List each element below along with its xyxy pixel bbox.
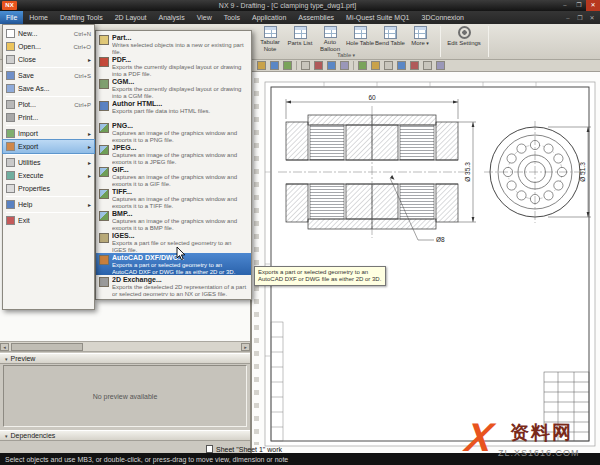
toolbar-icon[interactable] xyxy=(358,61,367,70)
preview-empty-text: No preview available xyxy=(93,393,158,400)
tab-file[interactable]: File xyxy=(0,11,23,24)
tab-assemblies[interactable]: Assemblies xyxy=(292,11,340,24)
submenu-arrow-icon xyxy=(88,130,91,137)
tab-view[interactable]: View xyxy=(191,11,218,24)
toolbar-icon[interactable] xyxy=(270,61,279,70)
submenu-item-description: Captures an image of the graphics window… xyxy=(112,196,247,208)
submenu-item-png[interactable]: PNG... Captures an image of the graphics… xyxy=(96,121,251,143)
toolbar-icon[interactable] xyxy=(436,61,445,70)
graphics-window[interactable]: 60 Ø 35.3 Ø8 Ø 51.3 xyxy=(251,72,600,453)
menu-item-export[interactable]: Export xyxy=(3,140,94,153)
document-window-controls: – ❐ ✕ xyxy=(563,11,600,24)
table-group-caption[interactable]: Table xyxy=(255,52,437,58)
menu-item-help[interactable]: Help xyxy=(3,198,94,211)
tab-3dconnexion[interactable]: 3DConnexion xyxy=(416,11,470,24)
menu-item-open[interactable]: Open... Ctrl+O xyxy=(3,40,94,53)
toolbar-icon[interactable] xyxy=(301,61,310,70)
submenu-item-description: Exports a part or selected geometry to a… xyxy=(112,262,247,274)
toolbar-icon[interactable] xyxy=(397,61,406,70)
close-icon[interactable]: ✕ xyxy=(586,0,600,11)
toolbar-icon[interactable] xyxy=(384,61,393,70)
menu-item-properties[interactable]: Properties xyxy=(3,182,94,195)
toolbar-icon[interactable] xyxy=(340,61,349,70)
menu-item-plot[interactable]: Plot... Ctrl+P xyxy=(3,98,94,111)
tab-home[interactable]: Home xyxy=(23,11,54,24)
more-button[interactable]: More xyxy=(405,25,435,52)
submenu-item-author-html[interactable]: Author HTML... Exports part file data in… xyxy=(96,99,251,121)
submenu-item-bmp[interactable]: BMP... Captures an image of the graphics… xyxy=(96,209,251,231)
toolbar-icon[interactable] xyxy=(327,61,336,70)
submenu-item-2d-exchange[interactable]: 2D Exchange... Exports the deselected 2D… xyxy=(96,275,251,297)
menu-item-close[interactable]: Close xyxy=(3,53,94,66)
tab-application[interactable]: Application xyxy=(246,11,292,24)
horizontal-scrollbar[interactable]: ◂ ▸ xyxy=(0,342,250,352)
auto-balloon-button[interactable]: Auto Balloon xyxy=(315,25,345,52)
menu-item-exit[interactable]: Exit xyxy=(3,214,94,227)
chevron-down-icon: ▾ xyxy=(5,433,8,439)
open-folder-icon xyxy=(6,42,15,51)
submenu-item-pdf[interactable]: PDF... Exports the currently displayed l… xyxy=(96,55,251,77)
tab-drafting-tools[interactable]: Drafting Tools xyxy=(54,11,109,24)
menu-item-save[interactable]: Save Ctrl+S xyxy=(3,69,94,82)
watermark-site-name: 资料网 xyxy=(510,420,573,446)
nx-logo-icon: NX xyxy=(2,1,17,10)
parts-list-button[interactable]: Parts List xyxy=(285,25,315,52)
dim-outer-diameter: Ø 35.3 xyxy=(464,162,471,182)
utilities-icon xyxy=(6,158,15,167)
preview-section-header[interactable]: ▾ Preview xyxy=(0,353,250,364)
submenu-item-label: JPEG... xyxy=(112,144,247,152)
toolbar-icon[interactable] xyxy=(257,61,266,70)
tab-mi-quest-suite[interactable]: Mi-Quest Suite MQ1 xyxy=(340,11,415,24)
submenu-item-autocad-dxf-dwg[interactable]: AutoCAD DXF/DWG... Exports a part or sel… xyxy=(96,253,251,275)
toolbar-icon[interactable] xyxy=(283,61,292,70)
submenu-item-part[interactable]: Part... Writes selected objects into a n… xyxy=(96,33,251,55)
menu-tab-bar: File Home Drafting Tools 2D Layout Analy… xyxy=(0,11,600,24)
drawing-sheet: 60 Ø 35.3 Ø8 Ø 51.3 xyxy=(252,72,600,453)
edit-settings-button[interactable]: Edit Settings xyxy=(445,25,483,47)
hole-table-icon xyxy=(354,26,367,39)
bend-table-button[interactable]: Bend Table xyxy=(375,25,405,52)
menu-item-utilities[interactable]: Utilities xyxy=(3,156,94,169)
submenu-item-iges[interactable]: IGES... Exports a part file or selected … xyxy=(96,231,251,253)
tabular-note-button[interactable]: Tabular Note xyxy=(255,25,285,52)
scroll-right-icon[interactable]: ▸ xyxy=(241,343,250,351)
doc-minimize-icon[interactable]: – xyxy=(563,15,573,21)
gif-image-icon xyxy=(99,167,109,177)
parts-list-icon xyxy=(294,26,307,39)
tab-tools[interactable]: Tools xyxy=(218,11,246,24)
toolbar-icon[interactable] xyxy=(314,61,323,70)
submenu-item-tiff[interactable]: TIFF... Captures an image of the graphic… xyxy=(96,187,251,209)
menu-item-new[interactable]: New... Ctrl+N xyxy=(3,27,94,40)
toolbar-icon[interactable] xyxy=(423,61,432,70)
tab-2d-layout[interactable]: 2D Layout xyxy=(109,11,153,24)
submenu-item-jpeg[interactable]: JPEG... Captures an image of the graphic… xyxy=(96,143,251,165)
doc-close-icon[interactable]: ✕ xyxy=(587,14,597,21)
menu-item-save-as[interactable]: Save As... xyxy=(3,82,94,95)
submenu-item-description: Captures an image of the graphics window… xyxy=(112,152,247,164)
toolbar-icon[interactable] xyxy=(371,61,380,70)
submenu-item-label: CGM... xyxy=(112,78,247,86)
tab-analysis[interactable]: Analysis xyxy=(153,11,191,24)
submenu-item-cgm[interactable]: CGM... Exports the currently displayed l… xyxy=(96,77,251,99)
submenu-item-label: Part... xyxy=(112,34,247,42)
scroll-left-icon[interactable]: ◂ xyxy=(0,343,9,351)
menu-separator xyxy=(6,67,91,68)
menu-item-import[interactable]: Import xyxy=(3,127,94,140)
maximize-icon[interactable]: ❐ xyxy=(572,0,586,11)
hole-table-button[interactable]: Hole Table xyxy=(345,25,375,52)
menu-item-print[interactable]: Print... xyxy=(3,111,94,124)
dependencies-section-header[interactable]: ▾ Dependencies xyxy=(0,430,250,441)
submenu-item-description: Exports the currently displayed layout o… xyxy=(112,64,247,76)
menu-separator xyxy=(6,212,91,213)
doc-restore-icon[interactable]: ❐ xyxy=(575,14,585,21)
scrollbar-thumb[interactable] xyxy=(11,343,83,351)
submenu-item-gif[interactable]: GIF... Captures an image of the graphics… xyxy=(96,165,251,187)
menu-item-execute[interactable]: Execute xyxy=(3,169,94,182)
submenu-item-label: BMP... xyxy=(112,210,247,218)
submenu-item-label: TIFF... xyxy=(112,188,247,196)
minimize-icon[interactable]: – xyxy=(558,0,572,11)
toolbar-icon[interactable] xyxy=(410,61,419,70)
submenu-item-description: Exports the currently displayed layout o… xyxy=(112,86,247,98)
watermark: X 资料网 ZL.XS1616.COM xyxy=(466,414,598,464)
submenu-item-label: 2D Exchange... xyxy=(112,276,247,284)
